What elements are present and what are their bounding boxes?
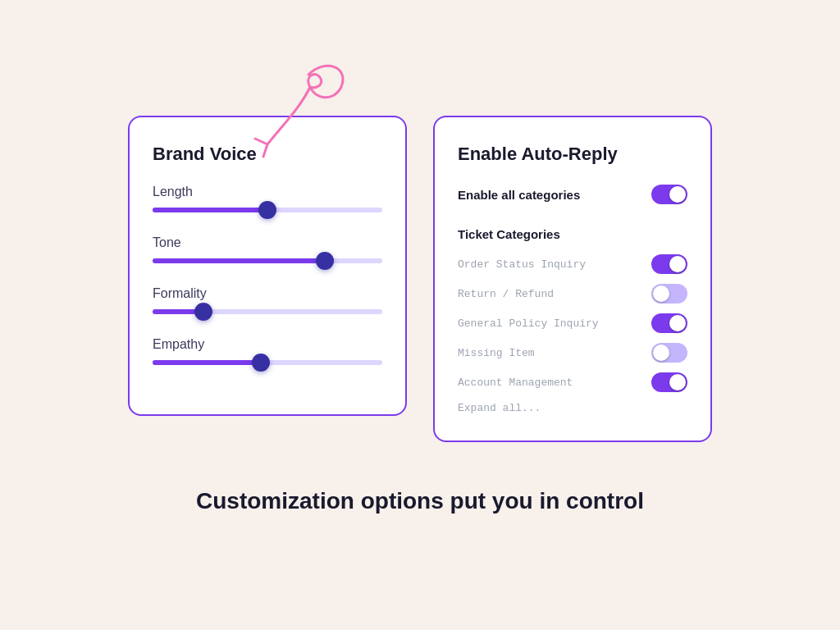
tone-label: Tone (153, 235, 382, 250)
category-toggle-account-management[interactable] (651, 372, 687, 392)
category-row-general-policy: General Policy Inquiry (458, 313, 687, 333)
category-name-order-status: Order Status Inquiry (458, 258, 586, 271)
ticket-categories-label: Ticket Categories (458, 227, 687, 241)
enable-all-toggle[interactable] (651, 185, 687, 204)
length-track[interactable] (153, 208, 382, 212)
category-toggle-missing-item[interactable] (651, 343, 687, 363)
category-name-missing-item: Missing Item (458, 347, 535, 359)
formality-label: Formality (153, 286, 382, 301)
auto-reply-title: Enable Auto-Reply (458, 144, 687, 165)
category-name-account-management: Account Management (458, 377, 573, 389)
category-row-account-management: Account Management (458, 372, 687, 392)
auto-reply-card: Enable Auto-Reply Enable all categories … (433, 116, 712, 442)
empathy-label: Empathy (153, 337, 382, 352)
formality-track[interactable] (153, 309, 382, 314)
page-tagline: Customization options put you in control (196, 488, 644, 514)
toggle-dot (669, 186, 686, 203)
empathy-slider-group: Empathy (153, 337, 382, 365)
tone-thumb[interactable] (316, 252, 334, 270)
empathy-fill (153, 360, 261, 365)
enable-all-label: Enable all categories (458, 188, 580, 202)
category-row-return-refund: Return / Refund (458, 284, 687, 304)
category-toggle-return-refund[interactable] (651, 284, 687, 304)
category-name-return-refund: Return / Refund (458, 288, 554, 300)
length-thumb[interactable] (258, 201, 276, 219)
expand-all-link[interactable]: Expand all... (458, 402, 687, 414)
formality-thumb[interactable] (194, 303, 212, 321)
enable-all-row: Enable all categories (458, 185, 687, 204)
empathy-track[interactable] (153, 360, 382, 365)
category-row-missing-item: Missing Item (458, 343, 687, 363)
annotation-arrow (177, 58, 382, 189)
length-fill (153, 208, 267, 212)
cards-container: Brand Voice Length Tone Formality (128, 116, 712, 442)
category-row-order-status: Order Status Inquiry (458, 254, 687, 274)
tone-slider-group: Tone (153, 235, 382, 263)
category-toggle-order-status[interactable] (651, 254, 687, 274)
category-name-general-policy: General Policy Inquiry (458, 317, 599, 330)
tone-fill (153, 258, 325, 263)
formality-slider-group: Formality (153, 286, 382, 314)
category-toggle-general-policy[interactable] (651, 313, 687, 333)
tone-track[interactable] (153, 258, 382, 263)
empathy-thumb[interactable] (252, 354, 270, 372)
